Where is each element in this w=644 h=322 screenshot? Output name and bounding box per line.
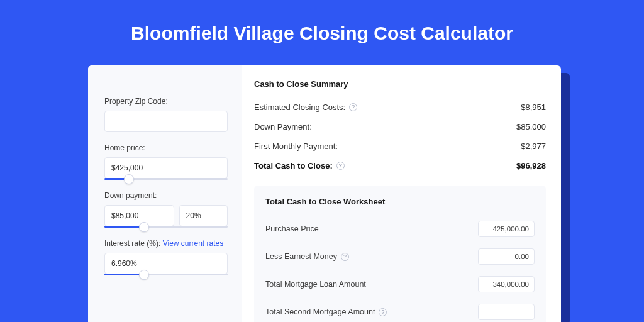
zip-input[interactable]: [104, 111, 228, 132]
interest-label-row: Interest rate (%): View current rates: [104, 239, 228, 248]
home-price-input[interactable]: [104, 157, 228, 179]
help-icon[interactable]: ?: [379, 308, 387, 316]
summary-row-value: $2,977: [521, 142, 546, 151]
summary-row-label: Estimated Closing Costs:: [254, 103, 345, 112]
interest-label: Interest rate (%):: [104, 239, 160, 248]
worksheet-row-label: Total Second Mortgage Amount: [265, 308, 375, 316]
summary-row-label: Down Payment:: [254, 122, 312, 131]
worksheet-row-label: Purchase Price: [265, 225, 319, 233]
page-title: Bloomfield Village Closing Cost Calculat…: [0, 0, 644, 59]
summary-row-value: $8,951: [521, 103, 546, 112]
worksheet-row-purchase-price: Purchase Price: [265, 215, 535, 243]
summary-row-first-monthly: First Monthly Payment: $2,977: [254, 136, 546, 156]
worksheet-value-input[interactable]: [478, 248, 535, 265]
interest-input[interactable]: [104, 253, 228, 274]
down-payment-pct-input[interactable]: [179, 205, 228, 226]
worksheet-title: Total Cash to Close Worksheet: [265, 197, 535, 206]
slider-thumb[interactable]: [139, 270, 149, 280]
zip-group: Property Zip Code:: [104, 97, 228, 132]
slider-thumb[interactable]: [139, 222, 149, 232]
down-payment-group: Down payment:: [104, 191, 228, 228]
summary-title: Cash to Close Summary: [254, 79, 546, 89]
down-payment-slider[interactable]: [104, 226, 228, 228]
home-price-slider[interactable]: [104, 178, 228, 180]
summary-row-closing-costs: Estimated Closing Costs: ? $8,951: [254, 97, 546, 117]
worksheet-row-label: Less Earnest Money: [265, 252, 337, 261]
down-payment-label: Down payment:: [104, 191, 228, 200]
summary-row-label: Total Cash to Close:: [254, 161, 333, 170]
view-rates-link[interactable]: View current rates: [163, 239, 224, 248]
home-price-label: Home price:: [104, 143, 228, 152]
worksheet-row-label: Total Mortgage Loan Amount: [265, 280, 366, 289]
summary-block: Cash to Close Summary Estimated Closing …: [254, 79, 546, 175]
results-panel: Cash to Close Summary Estimated Closing …: [242, 65, 561, 322]
worksheet-value-input[interactable]: [478, 276, 535, 292]
down-payment-row: [104, 205, 228, 226]
calculator-card: Property Zip Code: Home price: Down paym…: [88, 65, 561, 322]
worksheet-row-second-mortgage: Total Second Mortgage Amount ?: [265, 298, 535, 322]
slider-fill: [104, 226, 144, 228]
help-icon[interactable]: ?: [349, 103, 357, 111]
home-price-group: Home price:: [104, 143, 228, 180]
summary-row-label: First Monthly Payment:: [254, 142, 338, 151]
worksheet-value-input[interactable]: [478, 304, 535, 320]
summary-row-total-cash: Total Cash to Close: ? $96,928: [254, 156, 546, 175]
inputs-panel: Property Zip Code: Home price: Down paym…: [88, 65, 242, 322]
worksheet-row-earnest-money: Less Earnest Money ?: [265, 243, 535, 270]
help-icon[interactable]: ?: [336, 162, 345, 170]
summary-row-down-payment: Down Payment: $85,000: [254, 117, 546, 136]
worksheet-block: Total Cash to Close Worksheet Purchase P…: [254, 186, 546, 322]
interest-group: Interest rate (%): View current rates: [104, 239, 228, 275]
worksheet-row-mortgage-amount: Total Mortgage Loan Amount: [265, 270, 535, 298]
help-icon[interactable]: ?: [341, 253, 349, 261]
slider-fill: [104, 274, 144, 275]
interest-slider[interactable]: [104, 274, 228, 275]
summary-row-value: $85,000: [516, 122, 546, 131]
worksheet-value-input[interactable]: [478, 221, 535, 237]
slider-thumb[interactable]: [124, 174, 134, 184]
zip-label: Property Zip Code:: [104, 97, 228, 106]
summary-row-value: $96,928: [516, 161, 546, 170]
